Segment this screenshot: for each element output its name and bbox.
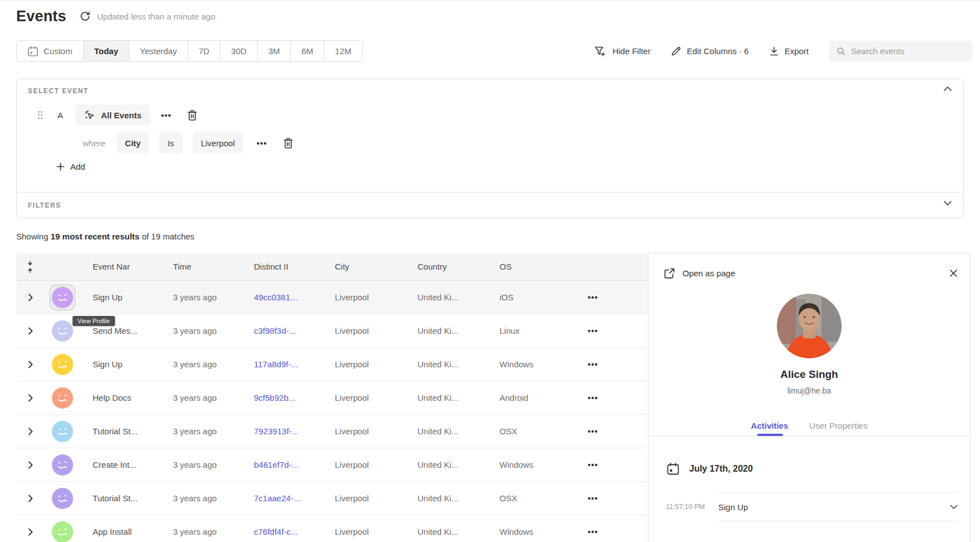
distinct-id-link[interactable]: 7c1aae24-...: [254, 493, 335, 503]
table-row[interactable]: Sign Up 3 years ago 49cc0381... Liverpoo…: [16, 281, 648, 314]
close-panel-button[interactable]: [949, 269, 958, 277]
filters-section[interactable]: FILTERS: [17, 192, 963, 218]
avatar[interactable]: [52, 454, 73, 476]
trash-icon: [283, 137, 294, 149]
column-header-time[interactable]: Time: [173, 262, 254, 271]
distinct-id-link[interactable]: 117a8d9f-...: [254, 359, 335, 369]
value-chip[interactable]: Liverpool: [193, 132, 243, 154]
table-row[interactable]: Tutorial St... 3 years ago 7923913f-... …: [16, 415, 648, 448]
filters-expand-button[interactable]: [943, 200, 952, 206]
event-name-cell: App Install: [93, 527, 173, 536]
row-expand-button[interactable]: [16, 361, 44, 368]
table-row[interactable]: Tutorial St... 3 years ago 7c1aae24-... …: [16, 482, 648, 515]
edit-columns-button[interactable]: Edit Columns · 6: [671, 46, 749, 56]
event-clause-menu-button[interactable]: •••: [158, 108, 175, 122]
avatar[interactable]: [52, 354, 73, 375]
avatar[interactable]: [52, 387, 73, 409]
column-header-event-nar[interactable]: Event Nar: [93, 262, 173, 271]
avatar[interactable]: [52, 320, 73, 342]
table-row[interactable]: App Install 3 years ago c76fdf4f-c... Li…: [16, 515, 648, 542]
row-menu-button[interactable]: •••: [584, 525, 602, 539]
row-expand-button[interactable]: [16, 394, 44, 402]
row-menu-button[interactable]: •••: [584, 391, 602, 405]
refresh-button[interactable]: [80, 11, 90, 22]
event-name-cell: Tutorial St...: [93, 426, 173, 436]
os-cell: iOS: [499, 292, 566, 302]
time-cell: 3 years ago: [173, 326, 254, 335]
collapse-all-rows-button[interactable]: [16, 261, 44, 273]
toolbar: CustomTodayYesterday7D30D3M6M12M Hide Fi…: [16, 40, 973, 62]
profile-photo: [777, 294, 842, 358]
avatar[interactable]: [52, 521, 73, 542]
row-menu-button[interactable]: •••: [584, 290, 602, 304]
event-selector-chip[interactable]: All Events: [75, 104, 150, 126]
clause-letter: A: [57, 111, 63, 120]
row-menu-button[interactable]: •••: [584, 458, 602, 472]
export-button[interactable]: Export: [769, 46, 809, 56]
updated-status: Updated less than a minute ago: [97, 12, 215, 21]
column-header-city[interactable]: City: [335, 262, 417, 271]
distinct-id-link[interactable]: b461ef7d-...: [254, 460, 335, 469]
distinct-id-link[interactable]: 7923913f-...: [254, 426, 335, 436]
panel-tab-user-properties[interactable]: User Properties: [809, 421, 867, 430]
city-cell: Liverpool: [335, 393, 417, 402]
calendar-icon: [27, 46, 39, 57]
country-cell: United Ki...: [417, 326, 499, 335]
row-menu-button[interactable]: •••: [584, 424, 602, 438]
row-expand-button[interactable]: [16, 528, 44, 536]
row-menu-button[interactable]: •••: [584, 324, 602, 338]
distinct-id-link[interactable]: c3f98f3d-...: [254, 326, 335, 335]
table-row[interactable]: Sign Up 3 years ago 117a8d9f-... Liverpo…: [16, 348, 648, 381]
avatar-frame: [50, 385, 75, 411]
add-label: Add: [70, 162, 85, 171]
property-chip[interactable]: City: [117, 132, 149, 154]
table-row[interactable]: Create Int... 3 years ago b461ef7d-... L…: [16, 448, 648, 482]
delete-where-clause-button[interactable]: [281, 135, 296, 151]
range-button-custom[interactable]: Custom: [17, 41, 84, 61]
country-cell: United Ki...: [417, 493, 499, 503]
toolbar-actions: Hide Filter Edit Columns · 6 Export: [594, 41, 973, 62]
range-button-7d[interactable]: 7D: [188, 41, 220, 61]
hide-filter-button[interactable]: Hide Filter: [594, 46, 650, 57]
range-button-yesterday[interactable]: Yesterday: [129, 41, 188, 61]
range-button-12m[interactable]: 12M: [324, 41, 362, 61]
plus-icon: [56, 162, 65, 171]
drag-handle-icon[interactable]: [37, 111, 43, 119]
range-button-today[interactable]: Today: [84, 41, 129, 61]
range-button-3m[interactable]: 3M: [258, 41, 291, 61]
avatar[interactable]: [52, 421, 73, 442]
delete-event-clause-button[interactable]: [185, 107, 200, 123]
column-header-country[interactable]: Country: [417, 262, 499, 271]
column-header-distinct-ii[interactable]: Distinct II: [254, 262, 335, 271]
distinct-id-link[interactable]: 9cf5b92b...: [254, 393, 335, 402]
row-expand-button[interactable]: [16, 495, 44, 502]
chevron-down-icon: [950, 505, 958, 510]
profile-panel: Open as page Alice: [648, 253, 971, 542]
chevron-right-icon: [28, 528, 33, 536]
city-cell: Liverpool: [335, 527, 417, 536]
row-menu-button[interactable]: •••: [584, 491, 602, 505]
range-button-30d[interactable]: 30D: [220, 41, 258, 61]
avatar[interactable]: [52, 287, 73, 308]
column-header-os[interactable]: OS: [499, 262, 566, 271]
row-expand-button[interactable]: [16, 428, 44, 435]
activity-event-expander[interactable]: Sign Up: [718, 492, 958, 521]
search-input[interactable]: [851, 46, 965, 56]
row-expand-button[interactable]: [16, 461, 44, 469]
distinct-id-link[interactable]: c76fdf4f-c...: [254, 527, 335, 536]
operator-chip[interactable]: Is: [159, 132, 182, 154]
open-as-page-button[interactable]: Open as page: [664, 267, 735, 279]
where-clause-menu-button[interactable]: •••: [253, 136, 271, 150]
table-row[interactable]: Help Docs 3 years ago 9cf5b92b... Liverp…: [16, 381, 648, 415]
collapse-card-button[interactable]: [943, 86, 952, 92]
date-range-segmented-control: CustomTodayYesterday7D30D3M6M12M: [16, 40, 363, 62]
row-expand-button[interactable]: [16, 327, 44, 335]
add-clause-button[interactable]: Add: [56, 162, 85, 171]
panel-tab-activities[interactable]: Activities: [751, 421, 789, 430]
avatar[interactable]: [52, 488, 73, 509]
row-menu-button[interactable]: •••: [584, 357, 602, 371]
range-button-6m[interactable]: 6M: [291, 41, 324, 61]
distinct-id-link[interactable]: 49cc0381...: [254, 292, 335, 302]
row-expand-button[interactable]: [16, 294, 44, 301]
search-box[interactable]: [829, 41, 973, 62]
